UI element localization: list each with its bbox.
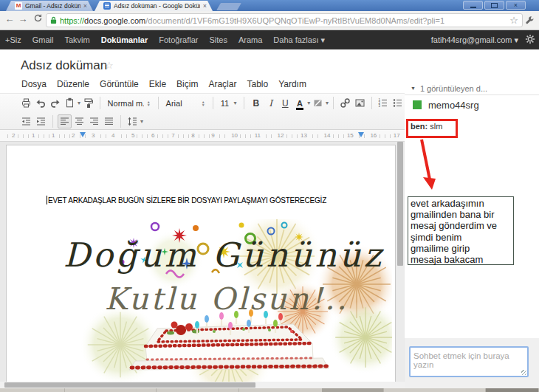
vertical-scrollbar[interactable] <box>396 142 404 382</box>
image-text-line2: Kutlu Olsun!.. <box>105 281 349 317</box>
forward-icon[interactable]: → <box>16 13 30 24</box>
viewer-row[interactable]: memo44srg <box>405 96 539 114</box>
paint-format-icon[interactable] <box>81 96 95 110</box>
menu-item[interactable]: Tablo <box>241 78 273 91</box>
google-bar-link[interactable]: Dokümanlar <box>101 35 148 45</box>
bookmark-star-icon[interactable]: ☆ <box>509 15 518 26</box>
triangle-down-icon: ▼ <box>411 86 416 91</box>
highlight-chevron-icon[interactable]: ▾ <box>326 100 329 106</box>
tab-title: Gmail - Adsız doküman (fatih4 <box>25 2 80 10</box>
highlight-color-icon[interactable] <box>311 96 325 110</box>
ruler-number: 17 <box>392 132 402 139</box>
url-bar[interactable]: https://docs.google.com/document/d/1VF6m… <box>46 13 523 27</box>
paragraph-style-dropdown[interactable]: Normal m... ▲▼ <box>105 96 154 110</box>
redo-icon[interactable] <box>48 96 62 110</box>
line-spacing-chevron-icon[interactable]: ▾ <box>140 118 143 125</box>
ruler-number: 7 <box>170 132 176 139</box>
ruler-number: 15 <box>346 132 355 139</box>
chat-input[interactable] <box>409 346 529 377</box>
browser-tab-gmail[interactable]: M Gmail - Adsız doküman (fatih4 × <box>6 1 93 11</box>
horizontal-scrollbar[interactable] <box>0 382 405 388</box>
line-spacing-icon[interactable] <box>126 114 140 128</box>
bold-button[interactable]: B <box>249 96 263 110</box>
document-canvas: EVET ARKADAŞLAR BUGÜN SİZLERE BİR DOSYAY… <box>0 142 405 382</box>
gear-icon[interactable] <box>525 34 535 46</box>
insert-image-icon[interactable] <box>353 96 367 110</box>
align-justify-button[interactable] <box>102 114 116 128</box>
document-title[interactable]: Adsız doküman <box>21 58 107 73</box>
minimize-button[interactable] <box>463 1 483 10</box>
star-document-icon[interactable]: ☆ <box>105 60 114 71</box>
resize-grip-icon[interactable] <box>521 370 526 375</box>
google-bar-link[interactable]: Gmail <box>32 35 54 45</box>
align-left-button[interactable] <box>58 114 72 128</box>
numbered-list-icon[interactable]: 123 <box>376 96 390 110</box>
menu-item[interactable]: Yardım <box>273 78 312 91</box>
reload-icon[interactable] <box>31 13 44 25</box>
menu-item[interactable]: Araçlar <box>203 78 241 91</box>
undo-icon[interactable] <box>34 96 48 110</box>
font-size-dropdown[interactable]: 11 ▾ <box>218 96 240 110</box>
ruler-number: 2 <box>70 132 76 139</box>
docs-favicon-icon <box>103 2 111 10</box>
insert-link-icon[interactable] <box>338 96 352 110</box>
ruler-number: 13 <box>299 132 309 139</box>
align-right-button[interactable] <box>87 114 101 128</box>
menu-item[interactable]: Biçim <box>171 78 203 91</box>
close-button[interactable]: × <box>506 1 526 10</box>
ruler-number: 1 <box>30 132 36 139</box>
tab-close-icon[interactable]: × <box>83 3 87 10</box>
left-indent-marker[interactable] <box>80 132 86 137</box>
chat-message-text: slm <box>428 122 442 131</box>
vertical-scrollbar-thumb[interactable] <box>397 142 403 266</box>
browser-tab-docs[interactable]: Adsız doküman - Google Dokün × <box>95 1 213 11</box>
font-dropdown[interactable]: Arial ▲▼ <box>163 96 208 110</box>
viewers-header[interactable]: ▼ 1 görüntüleyen d... <box>405 82 539 95</box>
menu-item[interactable]: Düzenle <box>52 78 95 91</box>
restore-button[interactable] <box>484 1 504 10</box>
ruler[interactable]: 211234567891011121314151617 <box>0 130 405 142</box>
indent-decrease-icon[interactable] <box>19 114 33 128</box>
text-color-button[interactable]: A <box>293 96 307 110</box>
viewers-label: 1 görüntüleyen d... <box>420 84 487 93</box>
wrench-menu-icon[interactable] <box>522 13 537 27</box>
google-bar-link[interactable]: Sites <box>209 35 227 45</box>
back-icon[interactable]: ← <box>3 13 16 24</box>
italic-button[interactable]: I <box>264 96 278 110</box>
paste-chevron-icon[interactable]: ▾ <box>78 100 80 106</box>
window-titlebar: M Gmail - Adsız doküman (fatih4 × Adsız … <box>0 0 539 11</box>
menu-item[interactable]: Dosya <box>16 78 52 91</box>
menu-item[interactable]: Ekle <box>144 78 171 91</box>
tab-close-icon[interactable]: × <box>203 3 207 10</box>
url-text: https://docs.google.com/document/d/1VF6m… <box>60 16 444 25</box>
account-menu[interactable]: fatih44srg@gmail.com ▾ <box>431 35 518 45</box>
text-cursor <box>47 196 47 204</box>
ruler-number: 8 <box>190 132 196 139</box>
google-bar-link[interactable]: Fotoğraflar <box>159 35 198 45</box>
annotation-note-box: evet arkadaşımın gmailinden bana bir mes… <box>408 196 514 265</box>
google-bar-link[interactable]: +Siz <box>5 35 21 45</box>
paste-icon[interactable] <box>63 96 77 110</box>
bulleted-list-icon[interactable] <box>391 96 405 110</box>
google-bar-link[interactable]: Arama <box>238 35 262 45</box>
text-color-chevron-icon[interactable]: ▾ <box>307 100 310 106</box>
align-center-button[interactable] <box>72 114 86 128</box>
google-bar-link[interactable]: Takvim <box>64 35 89 45</box>
document-page[interactable]: EVET ARKADAŞLAR BUGÜN SİZLERE BİR DOSYAY… <box>6 145 396 382</box>
window-controls: × <box>463 1 526 10</box>
new-tab-button[interactable] <box>216 3 241 10</box>
presence-color-square <box>413 100 422 109</box>
print-icon[interactable] <box>19 96 33 110</box>
indent-increase-icon[interactable] <box>34 114 48 128</box>
stepper-icon: ▲▼ <box>202 100 205 106</box>
document-image[interactable]: Doğum Gününüz Kutlu Olsun!.. <box>55 219 392 382</box>
screen: M Gmail - Adsız doküman (fatih4 × Adsız … <box>0 0 539 392</box>
stepper-icon: ▲▼ <box>147 100 151 106</box>
right-indent-marker[interactable] <box>358 132 364 137</box>
document-paragraph[interactable]: EVET ARKADAŞLAR BUGÜN SİZLERE BİR DOSYAY… <box>47 196 326 204</box>
gmail-favicon-icon: M <box>15 2 22 10</box>
underline-button[interactable]: U <box>278 96 292 110</box>
menu-item[interactable]: Görüntüle <box>95 78 144 91</box>
horizontal-scrollbar-thumb[interactable] <box>4 382 255 388</box>
google-bar-link[interactable]: Daha fazlası ▾ <box>273 35 325 45</box>
